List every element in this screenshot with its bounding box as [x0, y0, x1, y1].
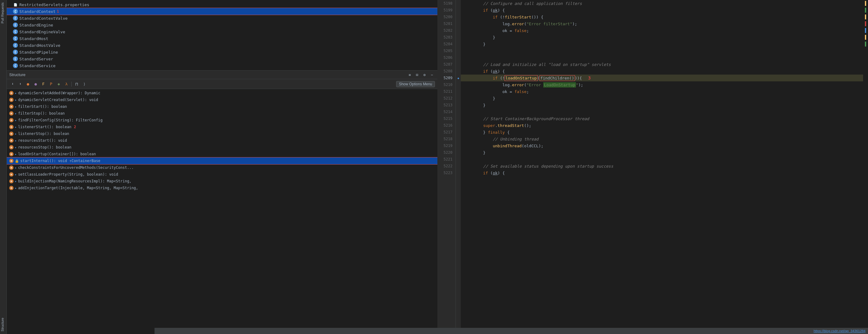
show-lambda-btn[interactable]: λ [63, 81, 70, 87]
gutter-cell [456, 115, 461, 122]
struct-item-filterstart[interactable]: m ▸ filterStart(): boolean [7, 103, 437, 110]
tree-item-standardhostvalve[interactable]: C StandardHostValve [7, 42, 437, 49]
access-public-icon: ▸ [15, 139, 17, 143]
struct-item-listenerstart[interactable]: m ▸ listenerStart(): boolean 2 [7, 123, 437, 130]
expand-btn[interactable]: ⟩ [81, 81, 88, 87]
tree-item-standardservice[interactable]: C StandardService [7, 62, 437, 69]
access-public-icon: ▸ [15, 132, 17, 136]
show-inherited-btn[interactable]: ⊓ [73, 81, 80, 87]
code-text: ok [493, 171, 498, 175]
code-text: filterStart [505, 15, 531, 20]
method-badge: m [9, 111, 13, 115]
tree-item-standardcontext[interactable]: C StandardContext 1 [7, 8, 437, 15]
code-line-5217: } finally { [461, 129, 863, 136]
tree-item-standardpipeline[interactable]: C StandardPipeline [7, 49, 437, 55]
struct-label: filterStart(): boolean [18, 105, 67, 109]
struct-item-findfilterconfig[interactable]: m ▸ findFilterConfig(String): FilterConf… [7, 117, 437, 123]
structure-list: m ▸ dynamicServletAdded(Wrapper): Dynami… [7, 89, 437, 334]
code-text [464, 83, 502, 87]
gutter-cell [456, 136, 461, 142]
method-badge: m [9, 152, 13, 156]
vtab-structure[interactable]: Structure [0, 315, 7, 334]
struct-item-listenerstop[interactable]: m ▸ listenerStop(): boolean [7, 130, 437, 137]
show-constructors-btn[interactable]: ◆ [55, 81, 62, 87]
access-public-icon: ▸ [15, 179, 17, 183]
code-text: "Error [527, 83, 544, 87]
status-url-link[interactable]: https://blog.csdn.net/qq_34361284 [813, 329, 866, 333]
left-panel: 📄 RestrictedServlets.properties C Standa… [7, 0, 437, 334]
struct-item-resourcesstart[interactable]: m ▸ resourcesStart(): void [7, 137, 437, 144]
code-text: if [464, 76, 498, 80]
gutter-cell [456, 156, 461, 163]
show-methods-btn[interactable]: ● [32, 81, 39, 87]
access-public-icon: ▸ [15, 172, 17, 176]
line-num: 5215 [437, 115, 456, 122]
code-text: } [464, 96, 495, 101]
struct-item-checkconstraints[interactable]: m ▸ checkConstraintsForUncoveredMethods(… [7, 164, 437, 171]
code-text: "Error filterStart" [527, 22, 572, 26]
tree-item-label: StandardHost [20, 36, 48, 41]
access-lock-icon: 🔒 [15, 159, 19, 163]
gutter-cell [456, 95, 461, 102]
tree-item-restrictedservlets[interactable]: 📄 RestrictedServlets.properties [7, 1, 437, 8]
code-text: ()) { [531, 15, 543, 20]
code-text: ( [488, 171, 493, 175]
code-text: } [464, 130, 488, 135]
code-line-5209: if (!loadOnStartup(findChildren())){ 3 [461, 75, 863, 81]
line-num: 5220 [437, 149, 456, 156]
tree-item-standardenginevalve[interactable]: C StandardEngineValve [7, 28, 437, 35]
code-text: ( [524, 83, 527, 87]
sort-icon[interactable]: ≡ [407, 72, 413, 78]
show-fields-btn[interactable]: ● [25, 81, 31, 87]
tree-item-standardengine[interactable]: C StandardEngine [7, 22, 437, 28]
indicator-segment [863, 20, 868, 27]
filter-icon[interactable]: ⊟ [414, 72, 420, 78]
tree-item-standardserver[interactable]: C StandardServer [7, 55, 437, 62]
code-text: ( [488, 8, 493, 12]
gutter-cell [456, 122, 461, 129]
sort-alpha-btn[interactable]: ⬇ [9, 81, 16, 87]
show-f-btn[interactable]: F [40, 81, 47, 87]
indicator-segment [863, 34, 868, 41]
code-text: // Configure and call application filter… [464, 1, 582, 6]
struct-label: dynamicServletCreated(Servlet): void [18, 98, 98, 102]
vtab-pull-requests[interactable]: Pull Requests [0, 0, 7, 26]
code-line-5199: if (ok) { [461, 7, 863, 13]
code-line-5210: log.error("Error LoadOnStartup"); [461, 81, 863, 88]
struct-item-buildinjectionmap[interactable]: m ▸ buildInjectionMap(NamingResourcesImp… [7, 178, 437, 185]
tree-item-standardcontextvalve[interactable]: C StandardContextValve [7, 15, 437, 22]
struct-item-dynamicservletadded[interactable]: m ▸ dynamicServletAdded(Wrapper): Dynami… [7, 90, 437, 96]
struct-label: filterStop(): boolean [18, 111, 65, 115]
code-line-5206 [461, 54, 863, 61]
struct-item-addinjectiontarget[interactable]: m ▸ addInjectionTarget(Injectable, Map<S… [7, 185, 437, 191]
code-content[interactable]: // Configure and call application filter… [461, 0, 863, 334]
minimize-icon[interactable]: − [429, 72, 435, 78]
code-line-5220: } [461, 149, 863, 156]
settings-icon[interactable]: ⚙ [422, 72, 428, 78]
struct-item-setclassloaderproperty[interactable]: m ▸ setClassLoaderProperty(String, boole… [7, 171, 437, 178]
line-num: 5222 [437, 163, 456, 169]
struct-item-dynamicservletcreated[interactable]: m ▸ dynamicServletCreated(Servlet): void [7, 96, 437, 103]
struct-item-startinternal[interactable]: m 🔒 startInternal(): void ↑ContainerBase [7, 158, 437, 164]
code-text: // Load and initialize all "load on star… [464, 62, 611, 67]
show-p-btn[interactable]: P [48, 81, 55, 87]
code-text: error [512, 22, 524, 26]
code-text: ; [527, 89, 529, 94]
show-options-menu-button[interactable]: Show Options Menu [396, 81, 435, 87]
vertical-tabs-panel: Pull Requests Structure [0, 0, 7, 334]
method-badge: m [9, 125, 13, 129]
header-icons: ≡ ⊟ ⚙ − [407, 72, 435, 78]
tree-item-standardhost[interactable]: C StandardHost [7, 35, 437, 42]
struct-item-resourcesstop[interactable]: m ▸ resourcesStop(): boolean [7, 144, 437, 151]
code-line-5207: // Load and initialize all "load on star… [461, 61, 863, 68]
gutter-cell [456, 88, 461, 95]
struct-label: buildInjectionMap(NamingResourcesImpl): … [18, 179, 131, 183]
method-badge: m [9, 138, 13, 143]
code-text: ok = [464, 28, 514, 33]
struct-item-loadonstartup[interactable]: m ▸ loadOnStartup(Container[]): boolean [7, 151, 437, 158]
struct-item-filterstop[interactable]: m ▸ filterStop(): boolean [7, 110, 437, 117]
sort-type-btn[interactable]: ⬆ [17, 81, 24, 87]
access-public-icon: ▸ [15, 186, 17, 190]
code-text: (! [498, 15, 505, 20]
code-text: error [512, 83, 524, 87]
